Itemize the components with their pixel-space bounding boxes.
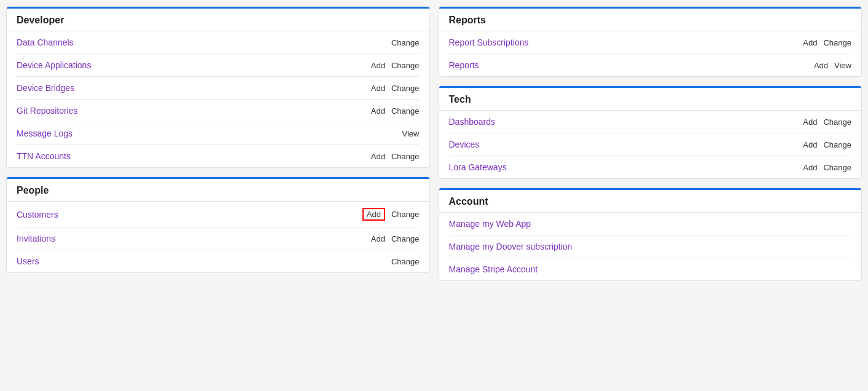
tech-item-link-1[interactable]: Devices <box>449 140 480 149</box>
people-item-link-0[interactable]: Customers <box>17 210 58 219</box>
reports-item-link-0[interactable]: Report Subscriptions <box>449 38 529 47</box>
developer-item-link-2[interactable]: Device Bridges <box>17 83 74 93</box>
tech-change-link-2[interactable]: Change <box>823 163 851 172</box>
account-item-label-1: Manage my Doover subscription <box>449 242 573 251</box>
reports-change-link-0[interactable]: Change <box>823 38 851 47</box>
developer-add-link-2[interactable]: Add <box>371 84 385 93</box>
tech-change-link-1[interactable]: Change <box>823 140 851 149</box>
tech-card-body: DashboardsAddChangeDevicesAddChangeLora … <box>439 111 862 178</box>
tech-item-link-2[interactable]: Lora Gateways <box>449 162 507 172</box>
people-title: People <box>17 185 420 196</box>
people-change-link-0[interactable]: Change <box>391 210 420 219</box>
developer-item-link-0[interactable]: Data Channels <box>17 38 74 47</box>
main-grid: Developer Data ChannelsChangeDevice Appl… <box>6 6 862 281</box>
developer-item-actions-2: AddChange <box>371 84 420 93</box>
account-item-link-2[interactable]: Manage Stripe Account <box>449 264 538 274</box>
right-column: Reports Report SubscriptionsAddChangeRep… <box>439 6 862 281</box>
tech-card: Tech DashboardsAddChangeDevicesAddChange… <box>439 85 862 179</box>
reports-item-actions-1: AddView <box>814 61 851 70</box>
reports-item-actions-0: AddChange <box>803 38 851 47</box>
list-item: DevicesAddChange <box>449 133 852 156</box>
account-title: Account <box>449 196 852 207</box>
list-item: Lora GatewaysAddChange <box>449 156 852 178</box>
tech-add-link-0[interactable]: Add <box>803 117 817 127</box>
developer-change-link-3[interactable]: Change <box>391 106 420 116</box>
reports-card: Reports Report SubscriptionsAddChangeRep… <box>439 6 862 77</box>
tech-add-link-1[interactable]: Add <box>803 140 817 149</box>
tech-add-link-2[interactable]: Add <box>803 163 817 172</box>
developer-add-link-5[interactable]: Add <box>371 152 385 161</box>
developer-item-label-4: Message Logs <box>17 128 72 138</box>
developer-item-actions-1: AddChange <box>371 61 420 70</box>
developer-change-link-2[interactable]: Change <box>391 84 420 93</box>
developer-change-link-0[interactable]: Change <box>391 38 420 47</box>
account-card-body: Manage my Web AppManage my Doover subscr… <box>439 213 862 280</box>
tech-item-actions-2: AddChange <box>803 163 851 172</box>
people-item-label-1: Invitations <box>17 234 55 243</box>
tech-change-link-0[interactable]: Change <box>823 117 851 127</box>
developer-item-label-5: TTN Accounts <box>17 151 71 161</box>
list-item: CustomersAddChange <box>17 202 420 227</box>
tech-item-link-0[interactable]: Dashboards <box>449 117 496 127</box>
developer-item-link-4[interactable]: Message Logs <box>17 128 72 138</box>
left-column: Developer Data ChannelsChangeDevice Appl… <box>6 6 430 281</box>
account-card: Account Manage my Web AppManage my Doove… <box>439 188 862 281</box>
list-item: Device BridgesAddChange <box>17 77 420 100</box>
developer-item-label-3: Git Repositories <box>17 106 78 116</box>
developer-change-link-1[interactable]: Change <box>391 61 420 70</box>
reports-card-header: Reports <box>439 7 862 31</box>
developer-item-label-2: Device Bridges <box>17 83 74 93</box>
account-item-link-1[interactable]: Manage my Doover subscription <box>449 242 573 251</box>
people-item-link-1[interactable]: Invitations <box>17 234 55 243</box>
list-item: Device ApplicationsAddChange <box>17 54 420 77</box>
list-item: InvitationsAddChange <box>17 227 420 250</box>
tech-item-actions-1: AddChange <box>803 140 851 149</box>
people-add-link-1[interactable]: Add <box>371 234 385 243</box>
reports-add-link-1[interactable]: Add <box>814 61 828 70</box>
account-item-label-2: Manage Stripe Account <box>449 264 538 274</box>
developer-item-link-3[interactable]: Git Repositories <box>17 106 78 116</box>
people-card-body: CustomersAddChangeInvitationsAddChangeUs… <box>7 202 429 272</box>
reports-view-link-1[interactable]: View <box>834 61 851 70</box>
reports-add-link-0[interactable]: Add <box>803 38 817 47</box>
reports-item-link-1[interactable]: Reports <box>449 60 479 70</box>
tech-item-label-2: Lora Gateways <box>449 162 507 172</box>
developer-card-header: Developer <box>7 7 429 31</box>
developer-view-link-4[interactable]: View <box>402 129 420 138</box>
people-item-actions-2: Change <box>391 257 420 266</box>
developer-add-link-3[interactable]: Add <box>371 106 385 116</box>
tech-card-header: Tech <box>439 86 862 111</box>
developer-item-actions-4: View <box>402 129 420 138</box>
list-item: Message LogsView <box>17 122 420 145</box>
account-card-header: Account <box>439 188 862 213</box>
tech-title: Tech <box>449 94 852 105</box>
developer-item-link-5[interactable]: TTN Accounts <box>17 151 71 161</box>
people-item-label-0: Customers <box>17 210 58 219</box>
reports-title: Reports <box>449 15 852 26</box>
developer-add-link-1[interactable]: Add <box>371 61 385 70</box>
developer-item-link-1[interactable]: Device Applications <box>17 60 91 70</box>
developer-item-label-1: Device Applications <box>17 60 91 70</box>
people-change-link-1[interactable]: Change <box>391 234 420 243</box>
list-item: TTN AccountsAddChange <box>17 145 420 167</box>
developer-item-label-0: Data Channels <box>17 38 74 47</box>
reports-item-label-0: Report Subscriptions <box>449 38 529 47</box>
developer-card: Developer Data ChannelsChangeDevice Appl… <box>6 6 430 168</box>
reports-card-body: Report SubscriptionsAddChangeReportsAddV… <box>439 31 862 76</box>
developer-title: Developer <box>17 15 420 26</box>
list-item: Manage Stripe Account <box>449 258 852 280</box>
account-item-link-0[interactable]: Manage my Web App <box>449 219 531 229</box>
reports-item-label-1: Reports <box>449 60 479 70</box>
tech-item-label-1: Devices <box>449 140 480 149</box>
people-change-link-2[interactable]: Change <box>391 257 420 266</box>
people-card: People CustomersAddChangeInvitationsAddC… <box>6 176 430 273</box>
list-item: UsersChange <box>17 250 420 272</box>
list-item: ReportsAddView <box>449 54 852 76</box>
list-item: Manage my Web App <box>449 213 852 235</box>
developer-item-actions-0: Change <box>391 38 420 47</box>
developer-change-link-5[interactable]: Change <box>391 152 420 161</box>
list-item: Report SubscriptionsAddChange <box>449 31 852 54</box>
account-item-label-0: Manage my Web App <box>449 219 531 229</box>
people-add-link-0[interactable]: Add <box>362 208 385 221</box>
people-item-link-2[interactable]: Users <box>17 256 39 266</box>
